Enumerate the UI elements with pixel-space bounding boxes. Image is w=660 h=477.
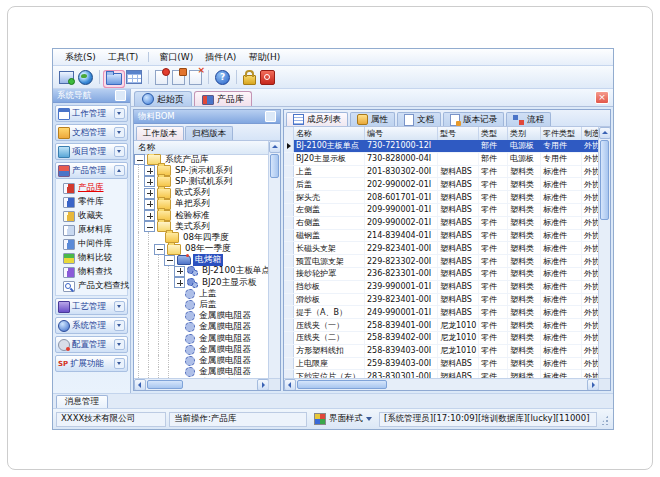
- chevron-button[interactable]: [114, 301, 125, 312]
- table-row[interactable]: 上盖201-830302-00I塑料ABS零件塑料类标准件外协条: [284, 166, 599, 179]
- chevron-button[interactable]: [114, 127, 125, 138]
- table-row[interactable]: 滑纱板239-823401-00I塑料ABS零件塑料类标准件外协条: [284, 294, 599, 307]
- tab-start-page[interactable]: 起始页: [134, 91, 192, 106]
- lock-icon[interactable]: [243, 75, 256, 85]
- sheet-delete-icon[interactable]: [189, 70, 202, 85]
- bom-pin-button[interactable]: [265, 111, 276, 122]
- column-header[interactable]: 编号: [365, 127, 438, 140]
- monitor-icon[interactable]: [59, 71, 74, 84]
- chevron-button[interactable]: [114, 108, 125, 119]
- tab-documents[interactable]: 文档: [397, 112, 441, 126]
- tree-column-header[interactable]: 名称: [134, 141, 269, 155]
- column-header[interactable]: 名称: [294, 127, 365, 140]
- nav-item[interactable]: 中间件库: [56, 237, 127, 251]
- tree-node[interactable]: 后盖: [134, 299, 269, 310]
- table-row[interactable]: BJ-2100主板单点730-721000-12I部件电源板专用件外协颗: [284, 140, 599, 153]
- tree-node[interactable]: 08年四季度: [134, 232, 269, 243]
- nav-item[interactable]: 物料比较: [56, 251, 127, 265]
- tree-node[interactable]: 金属膜电阻器: [134, 322, 269, 333]
- table-row[interactable]: 挡纱板239-990001-01I塑料ABS零件塑料类标准件外协条: [284, 281, 599, 294]
- bom-version-tab[interactable]: 工作版本: [136, 126, 184, 140]
- table-vertical-scrollbar[interactable]: [598, 127, 610, 390]
- table-row[interactable]: 上电限座259-839403-00I塑料ABS零件塑料类标准件外协条: [284, 358, 599, 371]
- chevron-button[interactable]: [114, 320, 125, 331]
- sheet-edit-icon[interactable]: [172, 70, 185, 85]
- menu-item[interactable]: 插件(A): [199, 50, 242, 65]
- menu-item[interactable]: 窗口(W): [153, 50, 199, 65]
- tab-workflow[interactable]: 流程: [506, 112, 551, 126]
- sheet-new-icon[interactable]: [155, 70, 168, 85]
- expand-plus-icon[interactable]: [174, 277, 185, 288]
- tree-node[interactable]: BJ20主显示板: [134, 277, 269, 288]
- tree-node[interactable]: 电烤箱: [134, 255, 269, 266]
- table-row[interactable]: 预置电源支架229-823302-00I塑料ABS零件塑料类标准件外协条: [284, 255, 599, 268]
- help-icon[interactable]: [215, 70, 230, 85]
- folder-icon[interactable]: [106, 73, 122, 85]
- scrollbar-thumb[interactable]: [297, 380, 387, 389]
- exit-icon[interactable]: [260, 70, 275, 85]
- nav-item[interactable]: 产品库: [56, 181, 127, 195]
- tab-properties[interactable]: 属性: [350, 112, 395, 126]
- table-row[interactable]: 探头壳208-601701-01I塑料ABS零件塑料类标准件外协条: [284, 191, 599, 204]
- table-row[interactable]: BJ20主显示板730-828000-04I部件电源板专用件外协颗: [284, 153, 599, 166]
- table-row[interactable]: 提手（A、B）249-990001-01I塑料ABS零件塑料类标准件外协条: [284, 306, 599, 319]
- table-row[interactable]: 磁钢盖214-839404-01I塑料ABS零件塑料类标准件外协条: [284, 230, 599, 243]
- table-row[interactable]: 右侧盖209-990002-01I塑料ABS零件塑料类标准件外协条: [284, 217, 599, 230]
- scrollbar-thumb[interactable]: [270, 154, 279, 178]
- tree-node[interactable]: 金属膜电阻器: [134, 367, 269, 378]
- nav-item[interactable]: 收藏夹: [56, 209, 127, 223]
- scroll-left-icon[interactable]: [134, 379, 146, 390]
- nav-group-process-mgmt[interactable]: 工艺管理: [55, 298, 128, 315]
- tree-node[interactable]: 检验标准: [134, 210, 269, 221]
- table-row[interactable]: 左侧盖209-990001-01I塑料ABS零件塑料类标准件外协条: [284, 204, 599, 217]
- table-row[interactable]: 接纱轮护罩236-823301-00I塑料ABS零件塑料类标准件外协条: [284, 268, 599, 281]
- tab-member-list[interactable]: 成员列表: [286, 112, 348, 126]
- tree-node[interactable]: 金属膜电阻器: [134, 333, 269, 344]
- scroll-up-icon[interactable]: [599, 127, 610, 139]
- chevron-button[interactable]: [114, 146, 125, 157]
- nav-item[interactable]: 零件库: [56, 195, 127, 209]
- nav-group-doc-mgmt[interactable]: 文档管理: [55, 124, 128, 141]
- tree-node[interactable]: 金属膜电阻器: [134, 344, 269, 355]
- expand-plus-icon[interactable]: [144, 165, 155, 176]
- nav-group-sp-ext[interactable]: 扩展功能: [55, 355, 128, 372]
- collapse-minus-icon[interactable]: [164, 255, 175, 266]
- column-header[interactable]: 型号: [438, 127, 479, 140]
- nav-group-project-mgmt[interactable]: 项目管理: [55, 143, 128, 160]
- collapse-minus-icon[interactable]: [144, 221, 155, 232]
- tree-node[interactable]: 系统产品库: [134, 154, 269, 165]
- scroll-left-icon[interactable]: [284, 379, 296, 390]
- table-row[interactable]: 压线夹（二）258-839402-00I尼龙1010零件塑料类标准件外协条: [284, 332, 599, 345]
- nav-item[interactable]: 物料查找: [56, 265, 127, 279]
- globe-icon[interactable]: [78, 70, 93, 85]
- nav-item[interactable]: 产品文档查找: [56, 279, 127, 293]
- menu-item[interactable]: 工具(T): [102, 50, 145, 65]
- table-row[interactable]: 压线夹（一）258-839401-00I尼龙1010零件塑料类标准件外协条: [284, 319, 599, 332]
- table-row[interactable]: 后盖202-990002-01I塑料ABS零件塑料类标准件外协条: [284, 178, 599, 191]
- scrollbar-thumb[interactable]: [147, 380, 183, 389]
- table-row[interactable]: 方形塑料线扣258-839403-00I尼龙1010零件塑料类标准件外协条: [284, 345, 599, 358]
- ui-style-button[interactable]: 界面样式: [310, 413, 376, 426]
- expand-plus-icon[interactable]: [144, 199, 155, 210]
- expand-plus-icon[interactable]: [174, 266, 185, 277]
- expand-plus-icon[interactable]: [144, 210, 155, 221]
- tree-horizontal-scrollbar[interactable]: [134, 378, 269, 390]
- chevron-button[interactable]: [114, 358, 125, 369]
- chevron-button[interactable]: [114, 165, 125, 176]
- menu-item[interactable]: 帮助(H): [242, 50, 286, 65]
- expand-plus-icon[interactable]: [144, 176, 155, 187]
- column-header[interactable]: 类别: [508, 127, 541, 140]
- tree-node[interactable]: 08年一季度: [134, 244, 269, 255]
- tree-node[interactable]: 上盖: [134, 288, 269, 299]
- column-header[interactable]: 制造方式: [582, 127, 599, 140]
- tab-version-history[interactable]: 版本记录: [443, 112, 504, 126]
- menu-item[interactable]: 系统(S): [59, 50, 102, 65]
- bom-version-tab[interactable]: 归档版本: [185, 126, 233, 140]
- collapse-minus-icon[interactable]: [154, 244, 165, 255]
- tree-node[interactable]: SP-测试机系列: [134, 176, 269, 187]
- resize-grip-icon[interactable]: [600, 413, 610, 425]
- nav-group-config-mgmt[interactable]: 配置管理: [55, 336, 128, 353]
- table-row[interactable]: 长磁头支架229-823401-00I塑料ABS零件塑料类标准件外协条: [284, 242, 599, 255]
- grid-icon[interactable]: [126, 70, 142, 84]
- nav-group-system-mgmt[interactable]: 系统管理: [55, 317, 128, 334]
